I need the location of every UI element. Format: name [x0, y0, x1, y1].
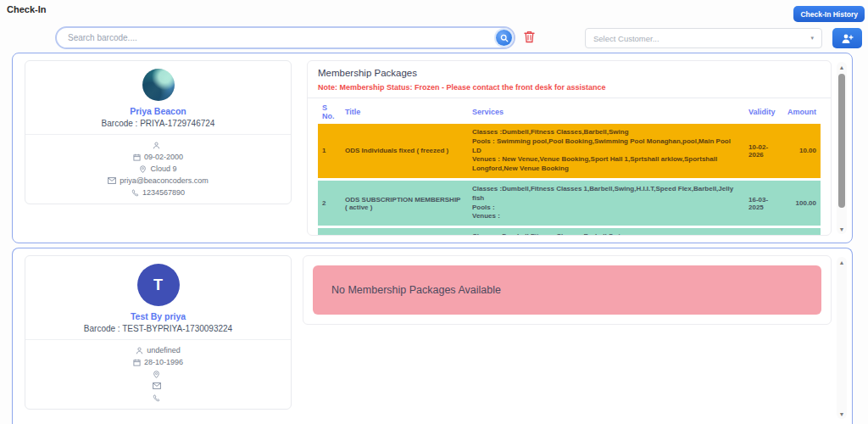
person-icon [153, 142, 160, 149]
customer-panel-2: T Test By priya Barcode : TEST-BYPRIYA-1… [12, 248, 853, 424]
divider [25, 134, 291, 135]
phone-icon [131, 189, 139, 197]
service-line: Venues : New Venue,Venue Booking,Sport H… [472, 155, 740, 174]
customer-email-row: priya@beaconcoders.com [34, 175, 282, 187]
person-add-icon [841, 33, 854, 44]
customer-dob: 09-02-2000 [144, 153, 183, 161]
row-amount: 10.00 [782, 124, 821, 178]
customer-panel-1: Priya Beacon Barcode : PRIYA-1729746724 … [12, 53, 853, 243]
customer-location: Cloud 9 [150, 165, 176, 173]
customer-name: Test By priya [34, 311, 282, 321]
clear-search-button[interactable] [524, 31, 535, 46]
row-title: ODS SUBSCRIPTION MEMBERSHIP ( active ) [341, 181, 468, 226]
row-sno: 2 [318, 181, 341, 226]
scrollbar-thumb[interactable] [838, 74, 845, 208]
membership-title: Membership Packages [318, 68, 821, 78]
membership-row[interactable]: 2ODS SUBSCRIPTION MEMBERSHIP ( active )C… [318, 181, 821, 226]
customer-barcode: Barcode : TEST-BYPRIYA-1730093224 [34, 324, 282, 333]
customer-email-row [34, 380, 282, 392]
col-header-sno: S No. [318, 101, 341, 121]
checkin-history-button[interactable]: Check-In History [793, 6, 865, 22]
row-title: ODS Individuals fixed ( freezed ) [341, 124, 468, 178]
search-barcode-field[interactable] [55, 26, 515, 49]
row-services: Classes :Dumbell,Fitness Classes,Barbell… [468, 228, 744, 236]
customer-location-row: Cloud 9 [34, 163, 282, 175]
calendar-icon [133, 153, 141, 161]
membership-frozen-note: Note: Membership Status: Frozen - Please… [318, 83, 821, 92]
customer-email: priya@beaconcoders.com [120, 176, 209, 185]
row-amount: 20.00 [782, 228, 821, 236]
membership-row[interactable]: 3ODS Individuals ( active )Classes :Dumb… [318, 228, 821, 236]
row-amount: 100.00 [782, 181, 821, 226]
phone-icon [153, 394, 160, 402]
magnifier-icon [500, 34, 509, 42]
search-input[interactable] [57, 33, 496, 42]
panel2-scrollbar[interactable]: ▲ ▼ [837, 257, 847, 419]
scroll-down-arrow[interactable]: ▼ [837, 224, 847, 234]
membership-packages-card: No Membership Packages Available [303, 255, 832, 325]
row-validity: 25-04-2025 [744, 228, 782, 236]
customer-gender: undefined [147, 346, 181, 354]
select-customer-dropdown[interactable]: Select Customer... ▾ [585, 28, 822, 48]
membership-row[interactable]: 1ODS Individuals fixed ( freezed )Classe… [318, 124, 821, 178]
customer-phone-row [34, 392, 282, 404]
customer-barcode: Barcode : PRIYA-1729746724 [34, 119, 282, 128]
person-icon [136, 347, 143, 354]
row-services: Classes :Dumbell,Fitness Classes 1,Barbe… [468, 181, 744, 226]
service-line: Pools : Swimming pool,Pool Booking,Swimm… [472, 137, 740, 156]
customer-dob: 28-10-1996 [144, 358, 183, 366]
panel1-scrollbar[interactable]: ▲ ▼ [837, 62, 847, 234]
divider [25, 339, 291, 340]
membership-packages-card: Membership Packages Note: Membership Sta… [307, 60, 832, 236]
avatar [142, 69, 175, 101]
row-sno: 3 [318, 228, 341, 236]
panel1-scroll-area: ▲ ▼ [837, 60, 847, 236]
scroll-up-arrow[interactable]: ▲ [837, 62, 847, 72]
col-header-validity: Validity [744, 101, 782, 121]
page-title: Check-In [7, 4, 46, 14]
customer-card: Priya Beacon Barcode : PRIYA-1729746724 … [25, 60, 292, 204]
membership-table-header: S No. Title Services Validity Amount [318, 101, 821, 121]
calendar-icon [133, 359, 141, 366]
col-header-amount: Amount [782, 101, 821, 121]
search-button[interactable] [496, 30, 512, 46]
service-line: Venues : [472, 212, 740, 221]
select-customer-placeholder: Select Customer... [593, 34, 659, 43]
customer-card: T Test By priya Barcode : TEST-BYPRIYA-1… [25, 255, 292, 410]
no-packages-banner: No Membership Packages Available [313, 265, 821, 315]
customer-dob-row: 09-02-2000 [34, 151, 282, 163]
customer-name: Priya Beacon [34, 106, 282, 116]
col-header-title: Title [341, 101, 468, 121]
row-sno: 1 [318, 124, 341, 178]
add-customer-button[interactable] [832, 28, 862, 48]
service-line: Classes :Dumbell,Fitness Classes,Barbell… [472, 232, 740, 236]
trash-icon [524, 31, 535, 43]
row-validity: 16-03-2025 [744, 181, 782, 226]
service-line: Classes :Dumbell,Fitness Classes,Barbell… [472, 128, 740, 137]
panel2-scroll-area: ▲ ▼ [837, 255, 847, 421]
customer-gender-row: undefined [34, 344, 282, 356]
membership-table: S No. Title Services Validity Amount 1OD… [318, 98, 821, 236]
location-pin-icon [153, 371, 160, 378]
checkin-page: Check-In Check-In History Select Custome… [0, 0, 868, 424]
customer-phone-row: 1234567890 [34, 187, 282, 198]
avatar: T [137, 264, 180, 306]
scroll-down-arrow[interactable]: ▼ [837, 409, 847, 419]
customer-dob-row: 28-10-1996 [34, 356, 282, 368]
customer-phone: 1234567890 [142, 188, 185, 197]
membership-table-body: 1ODS Individuals fixed ( freezed )Classe… [318, 124, 821, 236]
col-header-services: Services [468, 101, 744, 121]
location-pin-icon [139, 165, 147, 173]
row-validity: 10-02-2026 [744, 124, 782, 178]
email-icon [153, 382, 161, 389]
email-icon [108, 177, 116, 184]
row-title: ODS Individuals ( active ) [341, 228, 468, 236]
scroll-up-arrow[interactable]: ▲ [837, 257, 847, 267]
customer-location-row [34, 368, 282, 380]
service-line: Classes :Dumbell,Fitness Classes 1,Barbe… [472, 185, 740, 204]
chevron-down-icon: ▾ [810, 35, 814, 42]
customer-gender-row [34, 139, 282, 151]
row-services: Classes :Dumbell,Fitness Classes,Barbell… [468, 124, 744, 178]
service-line: Pools : [472, 204, 740, 213]
